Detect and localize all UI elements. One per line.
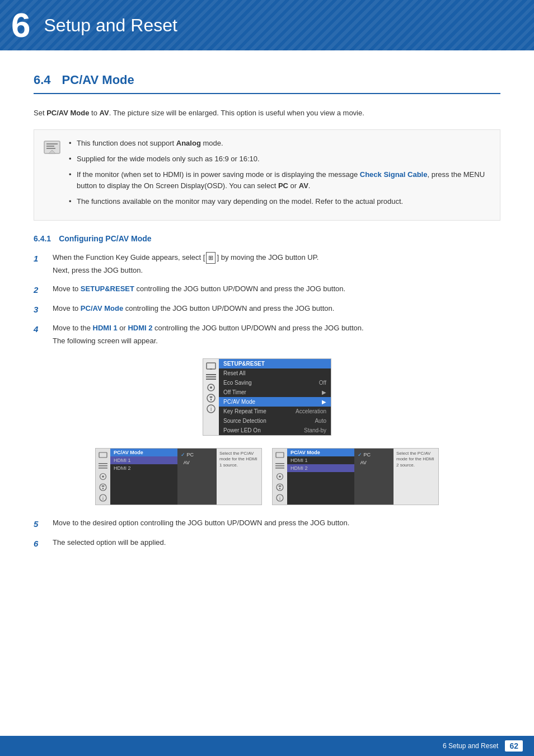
panel1-options: ✓ PC AV (177, 449, 217, 505)
svg-text:i: i (102, 496, 104, 501)
p1-icon-5: i (98, 494, 108, 502)
panel1-sidebar: i (96, 449, 110, 505)
svg-rect-27 (275, 463, 284, 464)
svg-rect-1 (46, 143, 58, 144)
footer: 6 Setup and Reset 62 (0, 736, 534, 756)
note-item-4: The functions available on the monitor m… (69, 196, 491, 207)
panel1-header: PC/AV Mode (110, 449, 177, 456)
step-6: 6 The selected option will be applied. (34, 537, 500, 550)
subsection-title: Configuring PC/AV Mode (59, 234, 151, 243)
step-5: 5 Move to the desired option controlling… (34, 517, 500, 530)
panel1-screenshot: i PC/AV Mode HDMI 1 HDMI 2 ✓ PC (95, 448, 262, 505)
panel2-screenshot: i PC/AV Mode HDMI 1 HDMI 2 ✓ PC (272, 448, 439, 505)
grid-icon: ⊞ (206, 252, 216, 264)
p1-icon-1 (98, 451, 108, 459)
panel2-content: PC/AV Mode HDMI 1 HDMI 2 (287, 449, 354, 505)
note-item-2: Supplied for the wide models only such a… (69, 153, 491, 165)
p1-icon-3 (98, 473, 108, 480)
bold-pcav: PC/AV Mode (46, 109, 89, 117)
note-box: This function does not support Analog mo… (34, 129, 500, 221)
svg-rect-19 (99, 468, 107, 469)
sidebar-icon-2 (206, 373, 216, 381)
step-1: 1 When the Function Key Guide appears, s… (34, 252, 500, 277)
menu-row-timer: Off Timer ▶ (219, 388, 331, 397)
note-item-1: This function does not support Analog mo… (69, 138, 491, 149)
panel1-content: PC/AV Mode HDMI 1 HDMI 2 (110, 449, 177, 505)
menu-row-eco: Eco Saving Off (219, 378, 331, 388)
svg-rect-18 (99, 465, 107, 466)
step-2: 2 Move to SETUP&RESET controlling the JO… (34, 283, 500, 296)
panel2-container: i PC/AV Mode HDMI 1 HDMI 2 ✓ PC (272, 448, 439, 505)
panel1-container: i PC/AV Mode HDMI 1 HDMI 2 ✓ PC (95, 448, 262, 505)
svg-point-31 (279, 475, 281, 478)
svg-rect-6 (210, 368, 212, 370)
intro-paragraph: Set PC/AV Mode to AV. The picture size w… (34, 108, 500, 119)
p2-icon-4 (275, 483, 285, 491)
step-1-sub: Next, press the JOG button. (53, 265, 500, 277)
panel2-hdmi1: HDMI 1 (287, 456, 354, 464)
svg-rect-8 (206, 376, 216, 377)
main-menu-screenshot-row: i SETUP&RESET Reset All Eco Saving Off O… (34, 358, 500, 436)
panel1-pc: ✓ PC (181, 451, 213, 459)
main-content: 6.4 PC/AV Mode Set PC/AV Mode to AV. The… (0, 50, 534, 595)
sidebar-icon-3 (206, 384, 216, 391)
svg-point-32 (277, 484, 283, 491)
svg-rect-33 (279, 488, 280, 489)
p2-icon-1 (275, 451, 285, 459)
sidebar-icon-4 (206, 394, 216, 402)
subsection-heading: 6.4.1 Configuring PC/AV Mode (34, 234, 500, 243)
svg-rect-16 (99, 452, 107, 458)
p1-icon-2 (98, 462, 108, 470)
menu-row-power: Power LED On Stand-by (219, 426, 331, 435)
sidebar-icon-1 (206, 362, 216, 370)
svg-rect-2 (46, 146, 54, 147)
panel2-av: AV (358, 459, 390, 466)
svg-text:i: i (279, 496, 280, 501)
svg-rect-28 (275, 465, 284, 466)
menu-row-pcav: PC/AV Mode ▶ (219, 397, 331, 407)
svg-point-21 (102, 475, 104, 478)
section-heading: 6.4 PC/AV Mode (34, 73, 500, 94)
subsection-number: 6.4.1 (34, 234, 51, 243)
svg-rect-3 (46, 148, 55, 149)
p1-icon-4 (98, 483, 108, 491)
panel2-pc: ✓ PC (358, 451, 390, 459)
svg-rect-13 (210, 399, 212, 400)
panel1-hdmi2: HDMI 2 (110, 464, 177, 472)
note-item-3: If the monitor (when set to HDMI) is in … (69, 169, 491, 192)
step-4: 4 Move to the HDMI 1 or HDMI 2 controlli… (34, 323, 500, 347)
menu-sidebar: i (203, 359, 219, 435)
svg-rect-5 (207, 363, 216, 369)
step-4-sub: The following screen will appear. (53, 335, 500, 347)
bold-av: AV (100, 109, 109, 117)
panel2-header: PC/AV Mode (287, 449, 354, 456)
svg-rect-17 (99, 463, 107, 464)
svg-point-11 (210, 386, 212, 389)
chapter-title: Setup and Reset (44, 15, 177, 36)
steps-5-6: 5 Move to the desired option controlling… (34, 517, 500, 550)
menu-row-reset: Reset All (219, 368, 331, 378)
footer-text: 6 Setup and Reset (443, 742, 498, 750)
svg-point-12 (207, 394, 215, 402)
step-3: 3 Move to PC/AV Mode controlling the JOG… (34, 303, 500, 316)
panel2-sidebar: i (273, 449, 287, 505)
p2-icon-3 (275, 473, 285, 480)
svg-text:i: i (210, 406, 212, 412)
section-number: 6.4 (34, 73, 51, 87)
steps-list: 1 When the Function Key Guide appears, s… (34, 252, 500, 347)
svg-rect-29 (275, 468, 284, 469)
panel2-options: ✓ PC AV (354, 449, 394, 505)
panel1-hdmi1: HDMI 1 (110, 456, 177, 464)
svg-rect-23 (102, 488, 104, 489)
panel1-note: Select the PC/AV mode for the HDMI 1 sou… (217, 449, 261, 505)
panel2-hdmi2: HDMI 2 (287, 464, 354, 472)
p2-icon-5: i (275, 494, 285, 502)
menu-content: SETUP&RESET Reset All Eco Saving Off Off… (219, 359, 331, 435)
panel-screenshots-row: i PC/AV Mode HDMI 1 HDMI 2 ✓ PC (34, 448, 500, 505)
menu-row-keyrepeat: Key Repeat Time Acceleration (219, 407, 331, 416)
panel2-note: Select the PC/AV mode for the HDMI 2 sou… (394, 449, 438, 505)
main-menu-screenshot: i SETUP&RESET Reset All Eco Saving Off O… (203, 358, 331, 436)
panel1-av: AV (181, 459, 213, 466)
note-content: This function does not support Analog mo… (69, 138, 491, 212)
menu-header: SETUP&RESET (219, 359, 331, 368)
